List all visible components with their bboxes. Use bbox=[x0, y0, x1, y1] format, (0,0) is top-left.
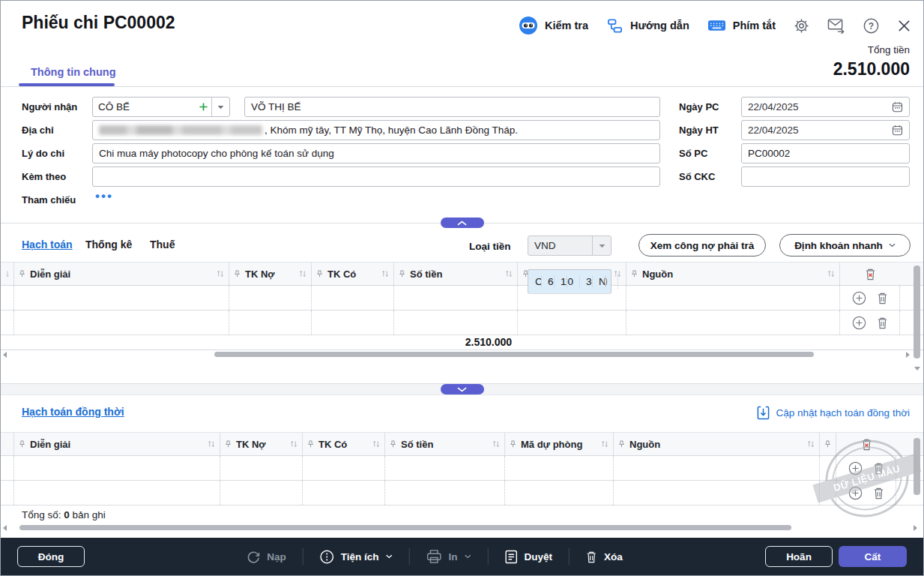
pin-icon[interactable] bbox=[19, 270, 25, 278]
calendar-icon[interactable] bbox=[892, 101, 903, 112]
delete-row-button[interactable] bbox=[873, 462, 884, 475]
grid-cell[interactable]: 2.510.000 bbox=[567, 276, 580, 287]
grid-cell[interactable] bbox=[229, 286, 312, 310]
grid-cell[interactable] bbox=[14, 310, 229, 334]
pin-icon[interactable] bbox=[510, 440, 516, 448]
settings-icon[interactable] bbox=[794, 18, 809, 34]
reason-input[interactable]: Chi mua máy photocopy cho phòng kế toán … bbox=[92, 143, 660, 164]
grid-cell[interactable] bbox=[626, 286, 840, 310]
chevron-down-icon[interactable] bbox=[211, 98, 229, 116]
close-icon[interactable] bbox=[897, 19, 911, 33]
column-header[interactable]: TK Có bbox=[303, 433, 385, 455]
grid-row[interactable] bbox=[1, 286, 923, 310]
sort-icon[interactable] bbox=[505, 270, 513, 278]
grid-cell[interactable]: 6122 bbox=[542, 276, 555, 287]
grid-cell[interactable]: Ngân sách Huyện tự chủ bbox=[593, 276, 606, 287]
grid-cell[interactable] bbox=[303, 481, 385, 505]
delete-button[interactable]: Xóa bbox=[586, 550, 623, 563]
vertical-scrollbar[interactable] bbox=[914, 266, 920, 358]
delete-row-button[interactable] bbox=[873, 487, 884, 500]
recipient-code-combobox[interactable]: CÔ BẾ bbox=[92, 97, 230, 117]
grid-row[interactable] bbox=[1, 456, 923, 481]
column-header[interactable]: Diễn giải bbox=[14, 262, 229, 285]
grid-cell[interactable] bbox=[14, 286, 229, 310]
grid-cell[interactable]: 1111.01 bbox=[555, 276, 567, 287]
help-icon[interactable]: ? bbox=[863, 18, 879, 34]
sort-icon[interactable] bbox=[299, 270, 307, 278]
column-header[interactable]: Nguồn bbox=[614, 433, 820, 455]
column-header[interactable]: Diễn giải bbox=[14, 433, 220, 455]
tab-general-info[interactable]: Thông tin chung bbox=[31, 66, 116, 78]
grid-cell[interactable] bbox=[312, 286, 394, 310]
ckc-no-input[interactable] bbox=[741, 166, 910, 187]
quick-posting-button[interactable]: Định khoản nhanh bbox=[779, 234, 911, 256]
add-recipient-icon[interactable] bbox=[195, 102, 211, 112]
simultaneous-posting-link[interactable]: Hạch toán đồng thời bbox=[22, 406, 124, 418]
sort-icon[interactable] bbox=[381, 270, 389, 278]
address-input[interactable]: , Khóm mỹ tây, TT Mỹ Thọ, huyện Cao Lãnh… bbox=[92, 120, 660, 140]
add-row-button[interactable] bbox=[848, 486, 863, 500]
add-row-button[interactable] bbox=[852, 291, 866, 305]
grid-cell[interactable] bbox=[385, 456, 505, 480]
grid-cell[interactable] bbox=[626, 310, 840, 334]
view-payables-button[interactable]: Xem công nợ phải trả bbox=[638, 234, 766, 256]
grid-cell[interactable] bbox=[220, 456, 303, 480]
horizontal-scrollbar[interactable] bbox=[1, 350, 923, 358]
recipient-name-input[interactable]: VÕ THỊ BẾ bbox=[244, 97, 660, 117]
pin-icon[interactable] bbox=[399, 270, 405, 278]
close-button[interactable]: Đóng bbox=[17, 546, 85, 567]
approve-button[interactable]: Duyệt bbox=[505, 550, 553, 564]
currency-select[interactable]: VND bbox=[528, 236, 612, 256]
tab-thong-ke[interactable]: Thống kê bbox=[85, 238, 132, 250]
pin-icon[interactable] bbox=[307, 440, 314, 448]
pin-icon[interactable] bbox=[390, 440, 396, 448]
guide-button[interactable]: Hướng dẫn bbox=[606, 17, 689, 34]
check-button[interactable]: Kiểm tra bbox=[519, 16, 588, 35]
grid-row[interactable] bbox=[1, 310, 923, 335]
sort-icon[interactable] bbox=[208, 440, 215, 448]
save-button[interactable]: Cất bbox=[839, 546, 907, 567]
sort-icon[interactable] bbox=[372, 440, 380, 448]
grid-cell[interactable] bbox=[229, 310, 312, 334]
horizontal-scrollbar[interactable] bbox=[1, 524, 923, 532]
grid-cell[interactable] bbox=[14, 456, 220, 480]
column-header[interactable]: Nguồn bbox=[626, 262, 840, 285]
grid-cell[interactable] bbox=[312, 310, 394, 334]
print-button[interactable]: In bbox=[426, 549, 471, 564]
grid-row[interactable] bbox=[1, 481, 923, 506]
sort-icon[interactable] bbox=[827, 270, 835, 278]
grid-cell[interactable] bbox=[614, 456, 820, 480]
column-header[interactable]: TK Nợ bbox=[220, 433, 303, 455]
sort-icon[interactable] bbox=[601, 440, 609, 448]
scroll-down-arrow[interactable] bbox=[914, 367, 920, 370]
delete-all-rows-button[interactable] bbox=[840, 262, 900, 285]
voucher-no-input[interactable]: PC00002 bbox=[741, 143, 910, 164]
grid-cell[interactable] bbox=[220, 481, 303, 505]
sort-icon[interactable] bbox=[492, 440, 500, 448]
column-header[interactable]: Mã dự phòng bbox=[505, 433, 614, 455]
delete-all-rows-button[interactable] bbox=[836, 433, 896, 455]
pin-icon[interactable] bbox=[618, 440, 625, 448]
calendar-icon[interactable] bbox=[892, 124, 903, 136]
reload-button[interactable]: Nạp bbox=[246, 550, 286, 564]
pin-icon[interactable] bbox=[631, 270, 638, 278]
delete-row-button[interactable] bbox=[877, 292, 888, 304]
grid-cell[interactable] bbox=[614, 481, 820, 505]
tab-hach-toan[interactable]: Hạch toán bbox=[22, 238, 73, 250]
vertical-scrollbar[interactable] bbox=[914, 438, 920, 495]
sort-icon[interactable] bbox=[807, 440, 815, 448]
grid-cell[interactable] bbox=[505, 481, 614, 505]
sort-icon[interactable] bbox=[290, 440, 298, 448]
tab-thue[interactable]: Thuế bbox=[150, 238, 175, 250]
postpone-button[interactable]: Hoãn bbox=[765, 546, 833, 567]
grid-cell[interactable] bbox=[385, 481, 505, 505]
utilities-button[interactable]: Tiện ích bbox=[320, 550, 393, 564]
sort-icon[interactable] bbox=[217, 270, 224, 278]
column-header[interactable]: Số tiền bbox=[394, 262, 518, 285]
delete-row-button[interactable] bbox=[877, 316, 888, 329]
grid-cell[interactable] bbox=[394, 310, 518, 334]
pin-icon[interactable] bbox=[316, 270, 323, 278]
grid-cell[interactable]: 300 bbox=[580, 276, 593, 287]
grid-cell[interactable]: Chi mua máy photocopy cho phòng kế... bbox=[529, 276, 542, 287]
pin-icon[interactable] bbox=[225, 440, 232, 448]
